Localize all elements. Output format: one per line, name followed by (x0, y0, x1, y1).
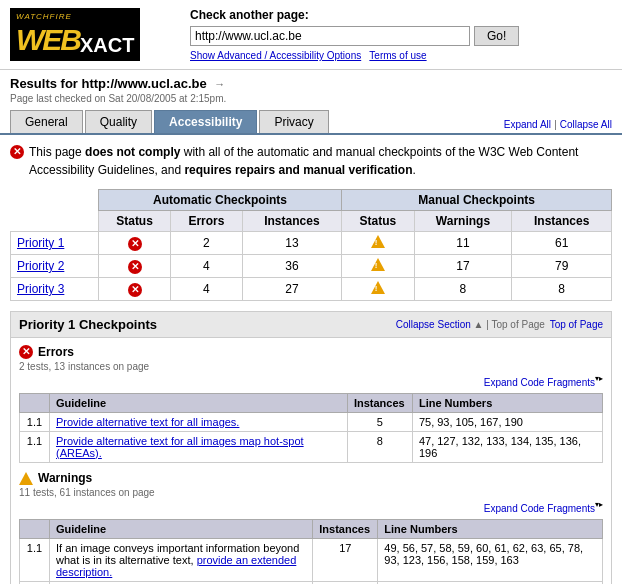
errors-table: Guideline Instances Line Numbers 1.1 Pro… (19, 393, 603, 463)
tab-privacy[interactable]: Privacy (259, 110, 328, 133)
warnings-title-row: Warnings (19, 471, 603, 485)
error-icon: ✕ (10, 144, 24, 159)
tab-quality[interactable]: Quality (85, 110, 152, 133)
compliance-notice: ✕ This page does not comply with all of … (10, 143, 612, 179)
manual-warnings: 8 (414, 278, 512, 301)
compliance-text: This page does not comply with all of th… (29, 143, 612, 179)
expand-code-area: Expand Code Fragments▾▸ (19, 374, 603, 389)
table-row: 1.1 Provide alternative text for all ima… (20, 432, 603, 463)
checkpoints-table: Automatic Checkpoints Manual Checkpoints… (10, 189, 612, 301)
content: ✕ This page does not comply with all of … (0, 135, 622, 584)
priority-link[interactable]: Priority 2 (17, 259, 64, 273)
errors-subsection: ✕ Errors 2 tests, 13 instances on page E… (19, 344, 603, 463)
manual-instances: 8 (512, 278, 612, 301)
priority-link[interactable]: Priority 3 (17, 282, 64, 296)
auto-instances: 36 (242, 255, 342, 278)
priority1-section: Priority 1 Checkpoints Collapse Section … (10, 311, 612, 584)
auto-errors: 2 (171, 232, 242, 255)
errors-rows: 1.1 Provide alternative text for all ima… (20, 413, 603, 463)
tab-general[interactable]: General (10, 110, 83, 133)
warnings-rows: 1.1 If an image conveys important inform… (20, 539, 603, 585)
warnings-count: 11 tests, 61 instances on page (19, 487, 603, 498)
expand-all-link[interactable]: Expand All (504, 119, 551, 130)
warnings-table: Guideline Instances Line Numbers 1.1 If … (19, 519, 603, 584)
warnings-subsection: Warnings 11 tests, 61 instances on page … (19, 471, 603, 584)
checkpoints-body: Priority 1 ✕ 2 13 ! 11 61 Priority 2 ✕ 4… (11, 232, 612, 301)
auto-instances: 13 (242, 232, 342, 255)
table-row: 1.1 Provide alternative text for all ima… (20, 413, 603, 432)
section-links: Collapse Section ▲ | Top of Page Top of … (396, 319, 603, 330)
last-checked: Page last checked on Sat 20/08/2005 at 2… (0, 93, 622, 110)
auto-errors: 4 (171, 255, 242, 278)
collapse-section-link[interactable]: Collapse Section (396, 319, 471, 330)
watchfire-label: WATCHFIRE (16, 12, 134, 21)
check-form: Go! (190, 26, 612, 46)
table-row: Priority 3 ✕ 4 27 ! 8 8 (11, 278, 612, 301)
check-area: Check another page: Go! Show Advanced / … (180, 8, 612, 61)
top-of-page-link[interactable]: Top of Page (550, 319, 603, 330)
url-input[interactable] (190, 26, 470, 46)
manual-status-icon-cell: ! (342, 278, 414, 301)
table-row: Priority 1 ✕ 2 13 ! 11 61 (11, 232, 612, 255)
xact-logo: XACT (80, 34, 134, 56)
auto-status-icon: ✕ (128, 237, 142, 251)
top-of-page-label: Top of Page (491, 319, 544, 330)
go-button[interactable]: Go! (474, 26, 519, 46)
tab-accessibility[interactable]: Accessibility (154, 110, 257, 133)
expand-code2-area: Expand Code Fragments▾▸ (19, 500, 603, 515)
priority1-title: Priority 1 Checkpoints (19, 317, 157, 332)
table-row: Priority 2 ✕ 4 36 ! 17 79 (11, 255, 612, 278)
logo-area: WATCHFIRE WEBXACT (10, 8, 180, 61)
manual-instances: 61 (512, 232, 612, 255)
errors-title-row: ✕ Errors (19, 344, 603, 359)
web-logo: WEB (16, 23, 80, 56)
expand-code2-link[interactable]: Expand Code Fragments (484, 503, 595, 514)
auto-status-icon: ✕ (128, 283, 142, 297)
table-row: 1.1 If an image conveys important inform… (20, 539, 603, 582)
check-label: Check another page: (190, 8, 612, 22)
priority1-content: ✕ Errors 2 tests, 13 instances on page E… (11, 338, 611, 584)
manual-instances: 79 (512, 255, 612, 278)
warn-triangle-icon: ! (371, 281, 385, 295)
error-circle-icon: ✕ (19, 344, 33, 359)
auto-status-icon: ✕ (128, 260, 142, 274)
tabs: General Quality Accessibility Privacy Ex… (0, 110, 622, 135)
warn-icon (19, 472, 33, 485)
manual-status-icon-cell: ! (342, 255, 414, 278)
guideline-link[interactable]: Provide alternative text for all images … (56, 435, 304, 459)
terms-link[interactable]: Terms of use (369, 50, 426, 61)
results-title: Results for http://www.ucl.ac.be → (0, 70, 622, 93)
manual-warnings: 17 (414, 255, 512, 278)
header: WATCHFIRE WEBXACT Check another page: Go… (0, 0, 622, 70)
warn-triangle-icon: ! (371, 235, 385, 249)
expand-collapse-links: Expand All | Collapse All (331, 117, 612, 133)
page-title: Results for http://www.ucl.ac.be → (10, 76, 225, 91)
priority-link[interactable]: Priority 1 (17, 236, 64, 250)
manual-warnings: 11 (414, 232, 512, 255)
guideline-link[interactable]: Provide alternative text for all images. (56, 416, 239, 428)
collapse-all-link[interactable]: Collapse All (560, 119, 612, 130)
errors-count: 2 tests, 13 instances on page (19, 361, 603, 372)
priority1-header: Priority 1 Checkpoints Collapse Section … (11, 312, 611, 338)
advanced-links: Show Advanced / Accessibility Options Te… (190, 50, 612, 61)
arrow-icon: → (214, 78, 225, 90)
advanced-link[interactable]: Show Advanced / Accessibility Options (190, 50, 361, 61)
logo-box: WATCHFIRE WEBXACT (10, 8, 140, 61)
manual-status-icon-cell: ! (342, 232, 414, 255)
auto-errors: 4 (171, 278, 242, 301)
expand-code-link[interactable]: Expand Code Fragments (484, 377, 595, 388)
guideline-link[interactable]: provide an extended description. (56, 554, 296, 578)
auto-instances: 27 (242, 278, 342, 301)
warn-triangle-icon: ! (371, 258, 385, 272)
